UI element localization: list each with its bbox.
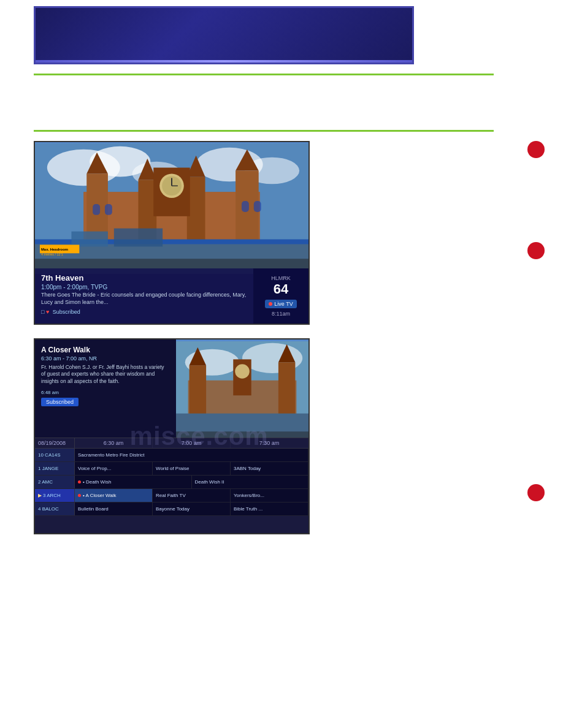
top-divider (34, 74, 494, 75)
subscribed-row-1: □ ♥ Subscribed (41, 309, 247, 315)
show-desc-1: There Goes The Bride - Eric counsels and… (41, 292, 247, 306)
channel-num-1: 64 (274, 281, 288, 297)
guide-row-4: 4 BALOC Bulletin Board Bayonne Today Bib… (35, 502, 308, 516)
svg-rect-22 (105, 204, 112, 215)
guide-row-2: 2 AMC • Death Wish Death Wish II (35, 476, 308, 489)
guide-prog-4-1: Bayonne Today (153, 502, 231, 515)
guide-programs-2: • Death Wish Death Wish II (75, 476, 308, 488)
guide-prog-1-2: 3ABN Today (231, 462, 308, 475)
body-text-area (34, 86, 529, 119)
guide-time-col-3: 7:30 am (231, 438, 308, 448)
screenshot-1: Max. Headroom 4 metres / 12'1 7th Heaven… (34, 141, 310, 325)
red-dot-prog-2 (78, 480, 81, 483)
guide-row-3: ▶ 3 ARCH • A Closer Walk Real Faith TV Y… (35, 489, 308, 502)
live-dot-icon (269, 302, 272, 306)
guide-programs-3: • A Closer Walk Real Faith TV Yonkers/Br… (75, 489, 308, 502)
channel-info-right: HLMRK 64 Live TV 8:11am (253, 268, 308, 324)
guide-programs-4: Bulletin Board Bayonne Today Bible Truth… (75, 502, 308, 515)
subscribed-text-1: Subscribed (53, 309, 80, 315)
guide-prog-2-1: Death Wish II (192, 476, 309, 488)
screenshots-area: Max. Headroom 4 metres / 12'1 7th Heaven… (34, 141, 529, 534)
guide-time-col-2: 7:00 am (153, 438, 231, 448)
show-desc-2: Fr. Harold Cohen S.J. or Fr. Jeff Bayhi … (41, 364, 170, 385)
svg-rect-24 (254, 201, 261, 212)
guide-row-0: 10 CA14S Sacramento Metro Fire District (35, 449, 308, 462)
live-tv-badge: Live TV (265, 300, 296, 308)
info-overlay-1: 7th Heaven 1:00pm - 2:00pm, TVPG There G… (35, 268, 308, 324)
guide-time-col-1: 6:30 am (75, 438, 153, 448)
guide-grid: 08/19/2008 6:30 am 7:00 am 7:30 am 10 CA… (35, 438, 308, 516)
guide-prog-4-2: Bible Truth ... (231, 502, 308, 515)
guide-programs-1: Voice of Prop... World of Praise 3ABN To… (75, 462, 308, 475)
live-tv-label: Live TV (274, 301, 293, 307)
screenshot-2: A Closer Walk 6:30 am - 7:00 am, NR Fr. … (34, 338, 310, 534)
guide-channel-1: 1 JANGE (35, 462, 75, 475)
guide-programs-0: Sacramento Metro Fire District (75, 449, 308, 461)
show-title-1: 7th Heaven (41, 273, 247, 282)
header-banner (34, 6, 414, 64)
svg-text:Max. Headroom: Max. Headroom (41, 248, 68, 251)
guide-prog-2-0: • Death Wish (75, 476, 192, 488)
svg-rect-28 (114, 229, 163, 247)
svg-rect-44 (176, 431, 308, 438)
channel-label-1: HLMRK (271, 275, 291, 281)
svg-point-42 (235, 364, 250, 379)
bullet-dot-2 (527, 242, 545, 259)
guide-prog-1-1: World of Praise (153, 462, 231, 475)
show-info-left: 7th Heaven 1:00pm - 2:00pm, TVPG There G… (35, 268, 253, 324)
guide-prog-1-0: Voice of Prop... (75, 462, 153, 475)
guide-channel-0: 10 CA14S (35, 449, 75, 461)
guide-prog-3-0: • A Closer Walk (75, 489, 153, 502)
show-time-2: 6:30 am - 7:00 am, NR (41, 355, 170, 362)
building-photo-1: Max. Headroom 4 metres / 12'1 (35, 142, 308, 274)
show-time-1: 1:00pm - 2:00pm, TVPG (41, 284, 247, 290)
guide-header-row: 08/19/2008 6:30 am 7:00 am 7:30 am (35, 438, 308, 449)
subscribed-badge-2: Subscribed (41, 398, 79, 406)
guide-channel-4: 4 BALOC (35, 502, 75, 515)
second-divider (34, 130, 494, 132)
guide-prog-3-1: Real Faith TV (153, 489, 231, 502)
time-display-1: 8:11am (272, 311, 290, 317)
svg-text:4 metres / 12'1: 4 metres / 12'1 (41, 252, 63, 256)
svg-rect-27 (71, 231, 107, 246)
guide-channel-3: ▶ 3 ARCH (35, 489, 75, 502)
bullet-dot-3 (527, 484, 545, 501)
screen2-building-photo (176, 339, 308, 438)
svg-rect-23 (242, 201, 249, 212)
svg-rect-21 (93, 204, 100, 215)
show-title-2: A Closer Walk (41, 346, 170, 354)
screen2-show-info: A Closer Walk 6:30 am - 7:00 am, NR Fr. … (35, 339, 176, 438)
guide-channel-2: 2 AMC (35, 476, 75, 488)
guide-prog-3-2: Yonkers/Bro... (231, 489, 308, 502)
guide-row-1: 1 JANGE Voice of Prop... World of Praise… (35, 462, 308, 476)
guide-prog-4-0: Bulletin Board (75, 502, 153, 515)
guide-date-cell: 08/19/2008 (35, 438, 75, 448)
time-small-2: 6:48 am (41, 390, 170, 395)
red-dot-prog-3 (78, 494, 81, 497)
screen2-top: A Closer Walk 6:30 am - 7:00 am, NR Fr. … (35, 339, 308, 438)
guide-prog-0-0: Sacramento Metro Fire District (75, 449, 308, 461)
bullet-dot-1 (527, 141, 545, 158)
